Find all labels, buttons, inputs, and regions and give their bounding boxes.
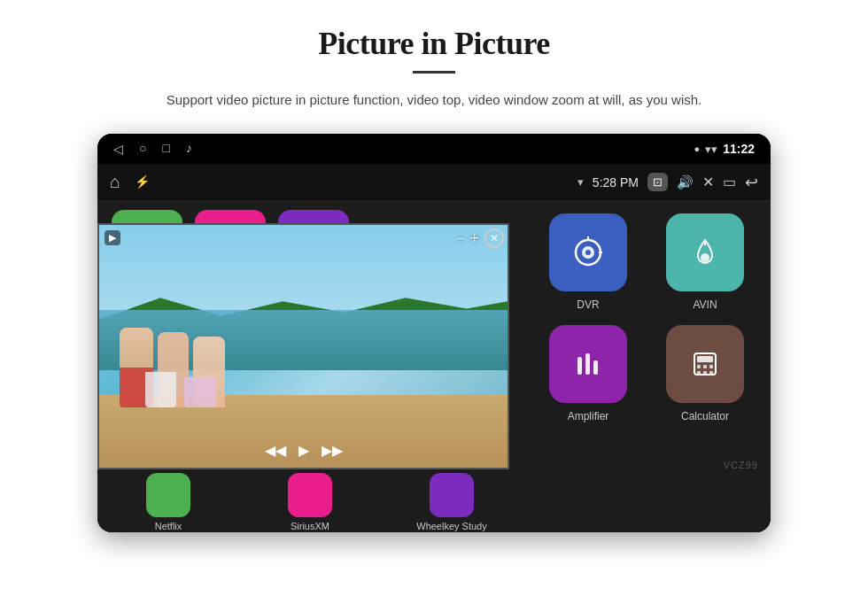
svg-rect-6 bbox=[585, 353, 590, 375]
left-section: ▶ − + ✕ ◀◀ ▶ ▶▶ bbox=[97, 201, 523, 532]
volume-icon[interactable]: 🔊 bbox=[677, 174, 694, 190]
svg-rect-14 bbox=[703, 371, 707, 375]
person2-shirt bbox=[145, 372, 176, 407]
app-labels-row: Netflix SiriusXM Wheelkey Study bbox=[97, 472, 523, 532]
nav-bar-left: ⌂ ⚡ bbox=[110, 172, 150, 192]
recents-square-icon[interactable]: □ bbox=[162, 142, 169, 156]
netflix-app-item[interactable]: Netflix bbox=[97, 473, 239, 531]
person3-shirt bbox=[184, 376, 216, 407]
main-area: ▶ − + ✕ ◀◀ ▶ ▶▶ bbox=[97, 201, 771, 532]
svg-rect-12 bbox=[709, 365, 713, 368]
back-nav-icon[interactable]: ◁ bbox=[113, 142, 123, 157]
siriusxm-label: SiriusXM bbox=[291, 521, 329, 531]
right-app-grid: DVR AVIN bbox=[523, 201, 771, 532]
wifi-signal-icon: ▾▾ bbox=[705, 143, 717, 156]
nav-time: 5:28 PM bbox=[593, 175, 639, 190]
close-nav-icon[interactable]: ✕ bbox=[702, 174, 714, 190]
pip-play-button[interactable]: ▶ bbox=[298, 442, 309, 459]
device-frame: ◁ ○ □ ♪ ● ▾▾ 11:22 ⌂ ⚡ ▾ 5:28 PM ⊡ 🔊 bbox=[97, 134, 771, 532]
page-subtitle: Support video picture in picture functio… bbox=[167, 89, 701, 111]
pip-rewind-button[interactable]: ◀◀ bbox=[265, 442, 286, 459]
calculator-label: Calculator bbox=[681, 410, 729, 422]
svg-rect-13 bbox=[697, 371, 701, 375]
amplifier-svg bbox=[569, 345, 608, 383]
svg-rect-5 bbox=[577, 357, 582, 375]
svg-rect-11 bbox=[703, 365, 707, 368]
pip-playback-controls: ◀◀ ▶ ▶▶ bbox=[265, 442, 343, 459]
calculator-icon bbox=[666, 325, 744, 403]
siriusxm-label-icon bbox=[288, 473, 332, 517]
amplifier-app-item[interactable]: Amplifier bbox=[537, 325, 639, 422]
location-dot-icon: ● bbox=[694, 143, 701, 154]
svg-point-3 bbox=[701, 253, 709, 262]
status-bar: ◁ ○ □ ♪ ● ▾▾ 11:22 bbox=[97, 134, 771, 164]
amplifier-icon bbox=[549, 325, 627, 403]
pip-minimize-button[interactable]: − bbox=[456, 229, 465, 248]
svg-rect-9 bbox=[697, 356, 713, 362]
back-arrow-icon[interactable]: ↩ bbox=[745, 173, 758, 192]
home-circle-icon[interactable]: ○ bbox=[139, 142, 146, 156]
dvr-svg bbox=[569, 233, 608, 272]
pip-controls: − + ✕ bbox=[456, 229, 504, 248]
wheelkey-app-item[interactable]: Wheelkey Study bbox=[381, 473, 523, 531]
window-nav-icon[interactable]: ▭ bbox=[723, 174, 736, 190]
calculator-app-item[interactable]: Calculator bbox=[654, 325, 756, 422]
pip-video-content: ▶ − + ✕ ◀◀ ▶ ▶▶ bbox=[99, 225, 508, 468]
dvr-app-item[interactable]: DVR bbox=[537, 213, 639, 311]
dvr-icon bbox=[549, 213, 627, 291]
wheelkey-label: Wheelkey Study bbox=[416, 521, 486, 531]
pip-forward-button[interactable]: ▶▶ bbox=[322, 442, 343, 459]
pip-close-button[interactable]: ✕ bbox=[484, 229, 504, 248]
siriusxm-app-item[interactable]: SiriusXM bbox=[239, 473, 381, 531]
wifi-nav-icon: ▾ bbox=[577, 175, 584, 189]
nav-bar-right: ▾ 5:28 PM ⊡ 🔊 ✕ ▭ ↩ bbox=[577, 173, 758, 192]
music-note-icon: ♪ bbox=[186, 142, 192, 156]
svg-rect-7 bbox=[593, 360, 598, 375]
status-bar-right: ● ▾▾ 11:22 bbox=[694, 142, 755, 156]
netflix-label: Netflix bbox=[155, 521, 182, 531]
pip-camera-badge: ▶ bbox=[105, 230, 120, 245]
page-title: Picture in Picture bbox=[318, 25, 550, 62]
status-bar-left: ◁ ○ □ ♪ bbox=[113, 142, 192, 157]
amplifier-label: Amplifier bbox=[568, 410, 609, 422]
netflix-label-icon bbox=[146, 473, 190, 517]
avin-icon bbox=[666, 213, 744, 291]
calculator-svg bbox=[686, 345, 725, 383]
usb-icon[interactable]: ⚡ bbox=[135, 174, 150, 190]
wheelkey-label-icon bbox=[430, 473, 474, 517]
watermark: VCZ99 bbox=[724, 460, 758, 470]
page-wrapper: Picture in Picture Support video picture… bbox=[0, 0, 868, 532]
camera-record-icon: ▶ bbox=[109, 232, 116, 243]
avin-label: AVIN bbox=[693, 298, 717, 311]
pip-expand-button[interactable]: + bbox=[470, 229, 479, 248]
svg-rect-10 bbox=[697, 365, 701, 368]
status-time: 11:22 bbox=[723, 142, 755, 156]
dvr-label: DVR bbox=[577, 298, 599, 311]
title-divider bbox=[413, 71, 455, 74]
svg-point-2 bbox=[585, 250, 591, 255]
avin-svg bbox=[686, 233, 725, 272]
nav-bar: ⌂ ⚡ ▾ 5:28 PM ⊡ 🔊 ✕ ▭ ↩ bbox=[97, 164, 771, 201]
camera-active-icon[interactable]: ⊡ bbox=[647, 173, 668, 191]
pip-video-window[interactable]: ▶ − + ✕ ◀◀ ▶ ▶▶ bbox=[97, 223, 509, 469]
avin-app-item[interactable]: AVIN bbox=[654, 213, 756, 311]
home-icon[interactable]: ⌂ bbox=[110, 172, 120, 192]
svg-rect-15 bbox=[709, 371, 713, 375]
